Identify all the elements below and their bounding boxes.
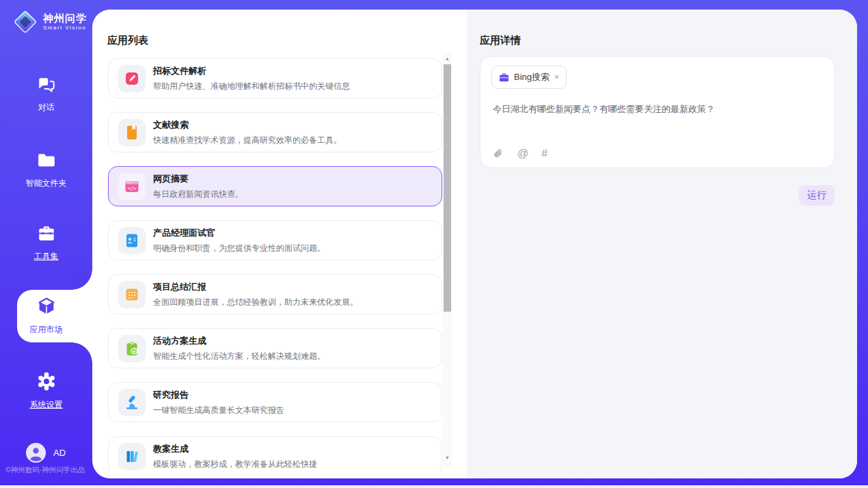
cube-icon [36,296,57,316]
sidebar-item-label: 应用市场 [0,324,92,336]
app-card-lesson-plan[interactable]: 教案生成 模板驱动，教案秒成，教学准备从此轻松快捷 [108,436,442,472]
app-detail-title: 应用详情 [480,34,521,47]
scrollbar-thumb[interactable] [444,64,451,312]
app-card-project-summary[interactable]: 项目总结汇报 全面回顾项目进展，总结经验教训，助力未来优化发展。 [108,274,442,314]
app-card-research-report[interactable]: 研究报告 一键智能生成高质量长文本研究报告 [108,382,442,422]
main-content-panel: 应用列表 招标文件解析 帮助用户快速、准确地理解和解析招标书中的关键信息 文献搜… [92,10,857,478]
app-card-title: 研究报告 [153,389,284,401]
folder-icon [37,151,56,170]
microscope-icon [124,394,140,411]
app-card-title: 文献搜索 [153,119,342,131]
books-icon [124,448,140,465]
app-card-desc: 每日政府新闻资讯快查。 [153,189,243,200]
app-icon-tile [118,227,146,254]
user-account[interactable]: AD [26,443,66,463]
briefcase-icon [499,72,509,83]
prompt-card: Bing搜索 × 今日湖北有哪些新闻要点？有哪些需要关注的最新政策？ @ # [480,56,835,168]
user-initials: AD [53,448,66,458]
app-card-desc: 明确身份和职责，为您提供专业性的面试问题。 [153,243,325,254]
avatar [26,443,46,463]
app-icon-tile [118,281,146,308]
sidebar-item-settings[interactable]: 系统设置 [0,371,92,411]
doc-edit-icon [124,70,140,87]
app-card-bid-parsing[interactable]: 招标文件解析 帮助用户快速、准确地理解和解析招标书中的关键信息 [108,58,442,98]
app-card-title: 教案生成 [153,443,317,455]
app-card-desc: 全面回顾项目进展，总结经验教训，助力未来优化发展。 [153,297,358,308]
note-icon [124,286,140,303]
brand-diamond-icon [12,9,38,35]
sidebar-item-toolset[interactable]: 工具集 [0,224,92,262]
chat-icon [37,75,56,94]
sidebar-item-label: 智能文件夹 [0,178,92,189]
scrollbar-up-arrow[interactable]: ▲ [443,55,452,63]
copyright-footer: ©神州数码·神州问学出品 [5,465,92,475]
sidebar-item-label: 系统设置 [0,399,92,411]
paperclip-icon[interactable] [493,148,504,160]
at-icon[interactable]: @ [517,148,528,160]
app-card-desc: 快速精准查找学术资源，提高研究效率的必备工具。 [153,135,342,146]
hash-icon[interactable]: # [541,148,547,160]
tool-tag-label: Bing搜索 [514,71,550,83]
active-nav-notch-bottom [72,342,92,363]
app-icon-tile [118,389,146,416]
app-card-literature-search[interactable]: 文献搜索 快速精准查找学术资源，提高研究效率的必备工具。 [108,112,442,152]
gear-icon [36,371,57,392]
brand-logo: 神州问学 Smart Vision [12,9,87,35]
resume-icon [124,232,140,249]
tool-tag-bing-search[interactable]: Bing搜索 × [491,66,567,89]
app-icon-tile: </> [118,173,146,200]
clipboard-check-icon [124,340,140,357]
active-nav-notch-top [72,269,92,290]
app-card-title: 活动方案生成 [153,335,325,347]
app-card-title: 项目总结汇报 [153,281,358,293]
run-button[interactable]: 运行 [799,185,835,206]
book-icon [124,124,140,141]
app-card-desc: 模板驱动，教案秒成，教学准备从此轻松快捷 [153,459,317,470]
sidebar-item-chat[interactable]: 对话 [0,75,92,113]
app-card-title: 网页摘要 [153,173,243,185]
app-icon-tile [118,335,146,362]
tag-close-icon[interactable]: × [554,72,559,82]
sidebar: 神州问学 Smart Vision 对话 智能文件夹 工具集 应用市场 [0,0,92,485]
sidebar-item-label: 工具集 [0,251,92,262]
browser-code-icon: </> [124,178,140,195]
app-detail-panel: 应用详情 Bing搜索 × 今日湖北有哪些新闻要点？有哪些需要关注的最新政策？ … [467,10,857,478]
app-icon-tile [118,65,146,92]
app-card-list: 招标文件解析 帮助用户快速、准确地理解和解析招标书中的关键信息 文献搜索 快速精… [108,58,442,472]
scrollbar-down-arrow[interactable]: ▼ [443,454,452,462]
app-icon-tile [118,443,146,470]
brand-name: 神州问学 [43,13,87,23]
brand-subtitle: Smart Vision [43,25,87,31]
app-card-title: 招标文件解析 [153,65,350,77]
app-list-scroll-area: 招标文件解析 帮助用户快速、准确地理解和解析招标书中的关键信息 文献搜索 快速精… [92,10,443,472]
toolbox-icon [37,224,56,243]
sidebar-item-app-market[interactable]: 应用市场 [0,296,92,336]
app-window: 应用列表 招标文件解析 帮助用户快速、准确地理解和解析招标书中的关键信息 文献搜… [0,0,868,488]
prompt-toolbar: @ # [493,148,547,160]
svg-text:</>: </> [128,185,137,191]
prompt-input[interactable]: 今日湖北有哪些新闻要点？有哪些需要关注的最新政策？ [493,103,821,116]
app-icon-tile [118,119,146,146]
sidebar-item-label: 对话 [0,102,92,113]
app-card-pm-interviewer[interactable]: 产品经理面试官 明确身份和职责，为您提供专业性的面试问题。 [108,220,442,260]
app-card-desc: 智能生成个性化活动方案，轻松解决规划难题。 [153,351,325,362]
sidebar-item-smart-folders[interactable]: 智能文件夹 [0,151,92,189]
app-card-event-plan[interactable]: 活动方案生成 智能生成个性化活动方案，轻松解决规划难题。 [108,328,442,368]
app-card-web-summary[interactable]: </> 网页摘要 每日政府新闻资讯快查。 [108,166,442,206]
app-card-desc: 一键智能生成高质量长文本研究报告 [153,405,284,416]
app-card-title: 产品经理面试官 [153,227,325,239]
app-card-desc: 帮助用户快速、准确地理解和解析招标书中的关键信息 [153,81,350,92]
